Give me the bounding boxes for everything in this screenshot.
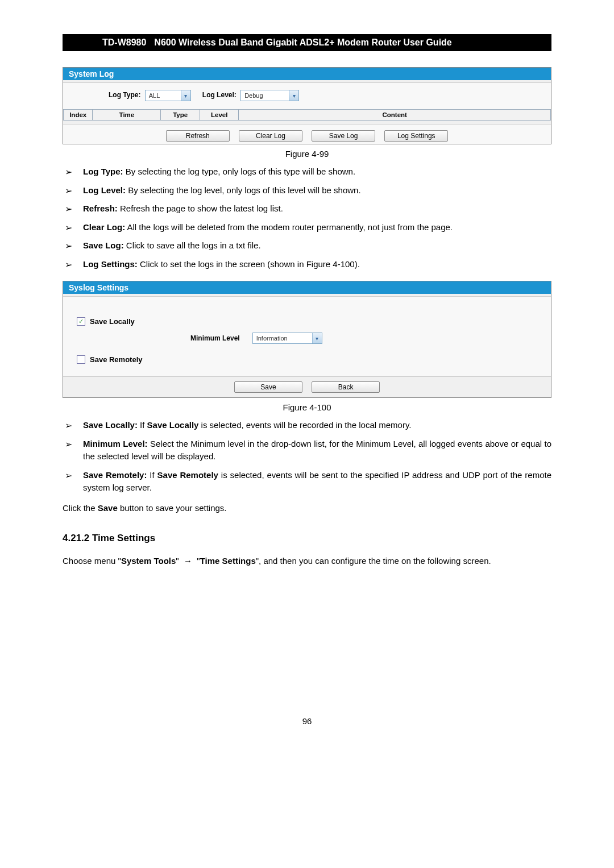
back-button[interactable]: Back: [312, 381, 380, 393]
minimum-level-select[interactable]: Information ▾: [252, 333, 322, 344]
system-log-panel: System Log Log Type: ALL ▾ Log Level: De…: [63, 67, 551, 144]
syslog-settings-panel: Syslog Settings Save Locally Minimum Lev…: [63, 281, 551, 398]
log-type-select[interactable]: ALL ▾: [145, 90, 191, 101]
list-item: Refresh: Refresh the page to show the la…: [63, 202, 551, 215]
save-locally-label: Save Locally: [90, 317, 135, 326]
syslog-settings-buttons: Save Back: [63, 376, 551, 397]
list-item: Log Settings: Click to set the logs in t…: [63, 258, 551, 271]
chevron-down-icon: ▾: [289, 90, 298, 101]
system-log-buttons: Refresh Clear Log Save Log Log Settings: [63, 124, 551, 144]
chevron-down-icon: ▾: [181, 90, 190, 101]
col-time: Time: [93, 110, 161, 121]
save-log-button[interactable]: Save Log: [312, 130, 375, 142]
log-type-value: ALL: [146, 92, 181, 99]
list-item: Log Type: By selecting the log type, onl…: [63, 165, 551, 178]
save-button[interactable]: Save: [234, 381, 302, 393]
col-index: Index: [64, 110, 93, 121]
system-log-filters: Log Type: ALL ▾ Log Level: Debug ▾: [63, 83, 551, 109]
log-level-select[interactable]: Debug ▾: [240, 90, 299, 101]
log-level-label: Log Level:: [202, 91, 237, 99]
save-remotely-label: Save Remotely: [90, 355, 143, 364]
list-item: Save Log: Click to save all the logs in …: [63, 239, 551, 252]
list-item: Log Level: By selecting the log level, o…: [63, 184, 551, 197]
list-item: Save Remotely: If Save Remotely is selec…: [63, 469, 551, 495]
minimum-level-label: Minimum Level: [190, 334, 240, 342]
save-remotely-checkbox[interactable]: [77, 355, 85, 364]
figure-99-list: Log Type: By selecting the log type, onl…: [63, 165, 551, 271]
col-level: Level: [200, 110, 239, 121]
nav-instruction: Choose menu "System Tools" → "Time Setti…: [63, 553, 551, 568]
list-item: Save Locally: If Save Locally is selecte…: [63, 419, 551, 432]
save-instruction: Click the Save button to save your setti…: [63, 500, 551, 516]
log-type-label: Log Type:: [109, 91, 140, 99]
figure-100-caption: Figure 4-100: [63, 402, 551, 412]
section-title: 4.21.2 Time Settings: [63, 533, 551, 544]
clear-log-button[interactable]: Clear Log: [239, 130, 302, 142]
figure-100-list: Save Locally: If Save Locally is selecte…: [63, 419, 551, 495]
list-item: Clear Log: All the logs will be deleted …: [63, 221, 551, 234]
log-table: Index Time Type Level Content: [63, 109, 551, 121]
page-number: 96: [63, 716, 551, 726]
doc-header: TD-W8980 N600 Wireless Dual Band Gigabit…: [63, 34, 551, 51]
figure-99-caption: Figure 4-99: [63, 149, 551, 159]
refresh-button[interactable]: Refresh: [166, 130, 230, 142]
syslog-settings-title: Syslog Settings: [63, 281, 551, 294]
system-log-title: System Log: [63, 68, 551, 80]
save-locally-checkbox[interactable]: [77, 317, 85, 326]
list-item: Minimum Level: Select the Minimum level …: [63, 438, 551, 463]
minimum-level-value: Information: [253, 335, 312, 342]
doc-title: N600 Wireless Dual Band Gigabit ADSL2+ M…: [152, 38, 451, 48]
col-content: Content: [239, 110, 551, 121]
arrow-right-icon: →: [184, 556, 192, 566]
col-type: Type: [161, 110, 200, 121]
model-code: TD-W8980: [63, 38, 152, 48]
chevron-down-icon: ▾: [312, 333, 322, 343]
log-settings-button[interactable]: Log Settings: [384, 130, 448, 142]
log-level-value: Debug: [241, 92, 289, 99]
